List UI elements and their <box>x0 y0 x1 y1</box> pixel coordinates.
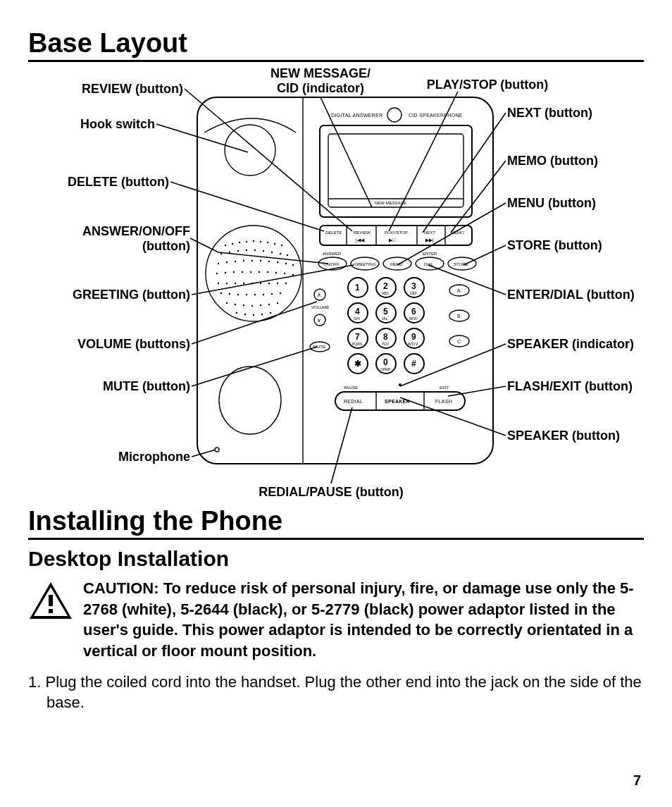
callout-memo: MEMO (button) <box>507 154 598 168</box>
svg-text:8: 8 <box>383 332 388 342</box>
svg-text:1: 1 <box>355 283 360 292</box>
svg-text:EXIT: EXIT <box>440 386 449 390</box>
svg-point-43 <box>267 242 268 243</box>
svg-text:ABC: ABC <box>382 291 390 295</box>
svg-text:DEF: DEF <box>410 291 417 295</box>
svg-point-75 <box>218 283 219 284</box>
svg-text:B: B <box>457 314 461 319</box>
install-step-1: 1. Plug the coiled cord into the handset… <box>28 672 644 713</box>
svg-text:ON/OFF: ON/OFF <box>323 262 340 266</box>
svg-text:3: 3 <box>411 281 416 291</box>
svg-point-56 <box>226 261 228 263</box>
svg-point-67 <box>233 271 235 273</box>
svg-point-98 <box>277 302 278 304</box>
svg-point-62 <box>277 261 278 263</box>
svg-text:NEXT: NEXT <box>424 230 435 235</box>
svg-point-101 <box>253 314 254 316</box>
svg-text:WXYZ: WXYZ <box>408 342 418 346</box>
svg-point-38 <box>232 243 233 245</box>
svg-text:OPER: OPER <box>380 367 391 371</box>
callout-review: REVIEW (button) <box>28 82 183 97</box>
svg-text:JKL: JKL <box>382 316 388 321</box>
callout-speaker-button: SPEAKER (button) <box>507 429 620 443</box>
svg-point-70 <box>259 271 260 273</box>
base-layout-diagram: REVIEW (button) Hook switch DELETE (butt… <box>28 69 644 506</box>
svg-point-40 <box>246 241 247 242</box>
svg-point-59 <box>251 260 253 261</box>
svg-point-57 <box>235 261 236 262</box>
callout-menu: MENU (button) <box>507 196 596 211</box>
svg-point-68 <box>242 271 243 273</box>
svg-point-91 <box>280 292 281 294</box>
svg-point-58 <box>243 260 244 261</box>
svg-point-159 <box>215 448 219 452</box>
svg-point-83 <box>285 283 287 284</box>
svg-text:CID SPEAKERPHONE: CID SPEAKERPHONE <box>409 113 463 118</box>
svg-text:REDIAL: REDIAL <box>344 399 363 404</box>
caution-block: CAUTION: To reduce risk of personal inju… <box>28 578 644 662</box>
svg-text:▶□: ▶□ <box>389 238 396 242</box>
svg-text:GREETING: GREETING <box>354 262 376 266</box>
svg-text:#: # <box>411 359 416 369</box>
svg-point-85 <box>229 293 230 295</box>
svg-text:REVIEW: REVIEW <box>354 230 371 235</box>
svg-text:∨: ∨ <box>317 317 321 324</box>
svg-text:4: 4 <box>355 307 360 316</box>
svg-point-47 <box>229 252 230 253</box>
svg-text:9: 9 <box>411 332 416 342</box>
svg-point-76 <box>226 283 228 284</box>
svg-text:STORE: STORE <box>454 262 468 266</box>
heading-installing: Installing the Phone <box>28 506 644 540</box>
svg-point-50 <box>254 250 256 251</box>
svg-text:PLAY/STOP: PLAY/STOP <box>385 230 408 235</box>
svg-point-92 <box>226 302 228 304</box>
svg-point-65 <box>216 273 218 274</box>
svg-text:VOLUME: VOLUME <box>311 305 329 309</box>
svg-point-87 <box>246 294 247 295</box>
svg-point-82 <box>277 283 278 284</box>
svg-point-93 <box>235 304 236 305</box>
svg-point-103 <box>270 312 271 314</box>
svg-text:PAUSE: PAUSE <box>344 386 358 390</box>
svg-text:FLASH: FLASH <box>435 399 452 404</box>
callout-volume: VOLUME (buttons) <box>28 337 190 352</box>
svg-point-61 <box>268 261 270 262</box>
svg-text:ANSWER: ANSWER <box>323 252 342 256</box>
svg-point-100 <box>244 314 246 315</box>
svg-text:ENTER: ENTER <box>423 252 437 256</box>
svg-text:∧: ∧ <box>317 292 321 298</box>
svg-text:DELETE: DELETE <box>325 230 342 235</box>
svg-point-74 <box>292 274 294 276</box>
svg-point-51 <box>263 250 264 252</box>
svg-point-77 <box>235 283 236 284</box>
page-number: 7 <box>633 772 641 789</box>
heading-desktop-installation: Desktop Installation <box>28 547 644 571</box>
svg-point-45 <box>281 245 282 246</box>
svg-rect-180 <box>49 595 53 606</box>
svg-point-72 <box>275 272 277 273</box>
svg-point-39 <box>239 242 240 243</box>
svg-text:C: C <box>457 339 461 344</box>
svg-point-64 <box>292 264 294 266</box>
svg-text:0: 0 <box>383 357 388 367</box>
svg-point-49 <box>246 250 247 251</box>
svg-text:2: 2 <box>383 281 388 291</box>
callout-delete: DELETE (button) <box>28 175 169 190</box>
svg-point-158 <box>399 383 402 386</box>
svg-point-66 <box>225 272 226 273</box>
svg-text:7: 7 <box>355 332 360 342</box>
svg-text:MNO: MNO <box>409 316 418 321</box>
svg-text:6: 6 <box>411 307 416 316</box>
svg-rect-11 <box>320 226 472 245</box>
svg-point-99 <box>236 312 237 314</box>
callout-next: NEXT (button) <box>507 106 592 121</box>
svg-point-69 <box>250 271 251 273</box>
svg-point-63 <box>285 263 287 264</box>
svg-text:MEMO: MEMO <box>451 230 464 235</box>
svg-point-96 <box>260 304 261 306</box>
svg-text:|◀◀: |◀◀ <box>356 238 365 243</box>
svg-point-60 <box>260 260 261 261</box>
svg-point-81 <box>268 283 270 284</box>
callout-flash-exit: FLASH/EXIT (button) <box>507 379 633 394</box>
svg-point-97 <box>268 304 270 305</box>
